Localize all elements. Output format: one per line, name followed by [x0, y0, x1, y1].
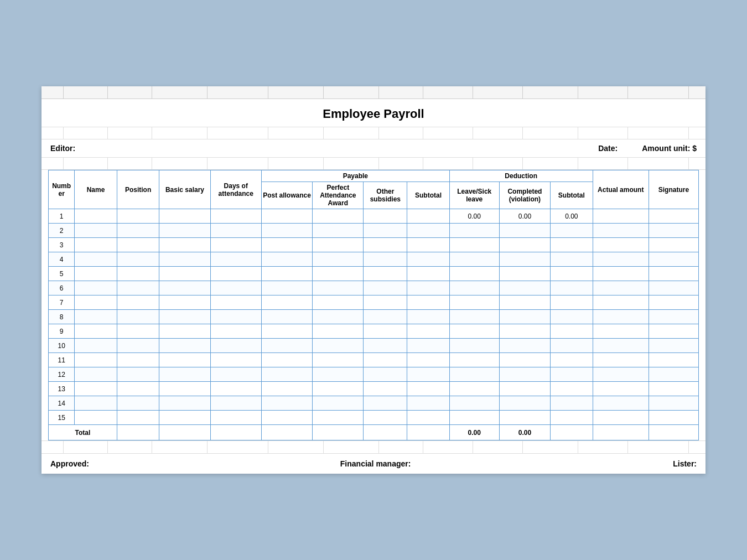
col-header-subtotal-2: Subtotal: [551, 182, 593, 209]
editor-label: Editor:: [50, 144, 75, 153]
table-row: 1 0.00 0.00 0.00: [49, 209, 699, 224]
table-row: 4: [49, 252, 699, 267]
cell-post-allowance[interactable]: [261, 209, 312, 224]
col-header-actual-amount: Actual amount: [593, 170, 649, 209]
col-header-post-allowance: Post allowance: [261, 182, 312, 209]
col-header-basic-salary: Basic salary: [159, 170, 210, 209]
cell-num: 8: [49, 310, 75, 324]
cell-num: 6: [49, 281, 75, 295]
col-header-perfect-attendance: Perfect Attendance Award: [313, 182, 364, 209]
payroll-table: Number Name Position Basic salary Days o…: [48, 170, 699, 440]
cell-num: 1: [49, 209, 75, 224]
cell-name[interactable]: [75, 209, 117, 224]
col-header-signature: Signature: [649, 170, 698, 209]
total-row: Total 0.00 0.00: [49, 425, 699, 440]
col-header-name: Name: [75, 170, 117, 209]
empty-row-1: [42, 127, 706, 139]
lister-label: Lister:: [673, 459, 697, 468]
amount-unit-label: Amount unit: $: [642, 144, 697, 153]
table-row: 12: [49, 367, 699, 382]
table-row: 7: [49, 295, 699, 310]
table-row: 15: [49, 411, 699, 425]
cell-num: 15: [49, 411, 75, 425]
title-text: Employee Payroll: [323, 107, 424, 121]
cell-completed: 0.00: [499, 209, 550, 224]
cell-leave-sick: 0.00: [449, 209, 499, 224]
table-row: 11: [49, 353, 699, 367]
cell-num: 10: [49, 339, 75, 353]
table-row: 10: [49, 339, 699, 353]
empty-row-2: [42, 158, 706, 170]
spreadsheet-grid-top: [42, 86, 706, 99]
cell-subtotal2: 0.00: [551, 209, 593, 224]
cell-num: 14: [49, 396, 75, 411]
table-row: 9: [49, 324, 699, 339]
cell-num: 3: [49, 238, 75, 252]
table-row: 5: [49, 267, 699, 281]
table-row: 3: [49, 238, 699, 252]
deduction-section-header: Deduction: [449, 170, 593, 182]
cell-num: 2: [49, 224, 75, 238]
cell-basic-salary[interactable]: [159, 209, 210, 224]
cell-signature[interactable]: [649, 209, 698, 224]
cell-num: 11: [49, 353, 75, 367]
total-leave-sick: 0.00: [449, 425, 499, 440]
financial-manager-label: Financial manager:: [340, 459, 411, 468]
cell-num: 7: [49, 295, 75, 310]
total-label: Total: [49, 425, 117, 440]
col-header-leave-sick: Leave/Sick leave: [449, 182, 499, 209]
col-header-other-subsidies: Other subsidies: [364, 182, 407, 209]
col-header-days-attendance: Days of attendance: [210, 170, 261, 209]
table-row: 6: [49, 281, 699, 295]
table-row: 13: [49, 382, 699, 396]
meta-row: Editor: Date: Amount unit: $: [42, 139, 706, 158]
col-header-position: Position: [117, 170, 159, 209]
cell-actual-amount[interactable]: [593, 209, 649, 224]
cell-num: 13: [49, 382, 75, 396]
payable-section-header: Payable: [261, 170, 449, 182]
col-header-subtotal-1: Subtotal: [407, 182, 450, 209]
cell-perfect-attendance[interactable]: [313, 209, 364, 224]
cell-num: 4: [49, 252, 75, 267]
approved-label: Approved:: [50, 459, 89, 468]
cell-num: 9: [49, 324, 75, 339]
col-header-completed-violation: Completed (violation): [499, 182, 550, 209]
footer-row: Approved: Financial manager: Lister:: [42, 453, 706, 474]
date-label: Date:: [598, 144, 618, 153]
bottom-grid: [42, 440, 706, 453]
table-wrapper: Number Name Position Basic salary Days o…: [42, 170, 706, 440]
page-title: Employee Payroll: [42, 99, 706, 127]
cell-other-subsidies[interactable]: [364, 209, 407, 224]
table-row: 8: [49, 310, 699, 324]
cell-position[interactable]: [117, 209, 159, 224]
col-header-number: Number: [49, 170, 75, 209]
cell-num: 12: [49, 367, 75, 382]
total-completed: 0.00: [499, 425, 550, 440]
table-row: 14: [49, 396, 699, 411]
table-row: 2: [49, 224, 699, 238]
cell-num: 5: [49, 267, 75, 281]
cell-days-attendance[interactable]: [210, 209, 261, 224]
cell-subtotal1[interactable]: [407, 209, 450, 224]
